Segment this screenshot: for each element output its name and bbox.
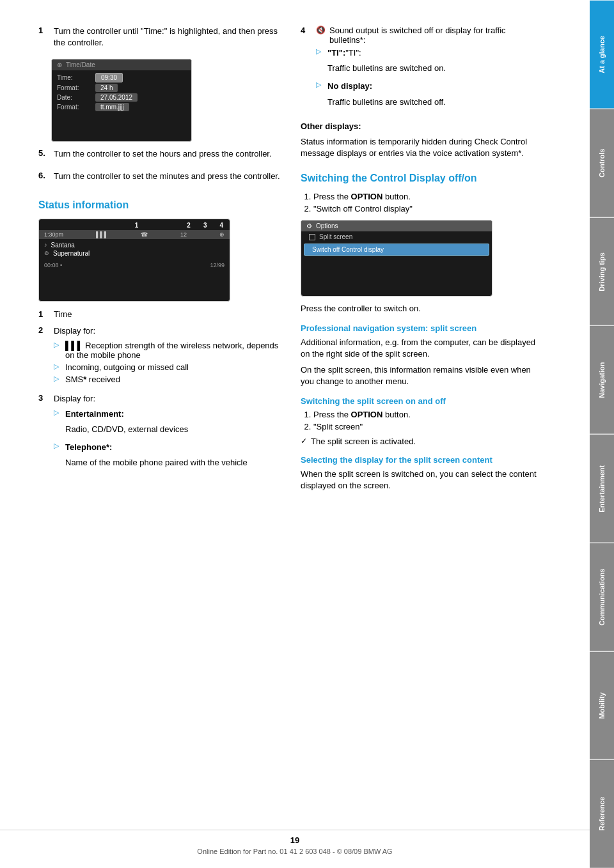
status-num-4: 4 — [219, 222, 223, 229]
page-number: 19 — [0, 835, 590, 845]
status-num-3: 3 — [203, 222, 207, 229]
item-4-sub-1-text: Traffic bulletins are switched on. — [327, 63, 446, 74]
status-song2: Supernatural — [53, 250, 90, 257]
item-2-number: 2 — [38, 325, 49, 387]
status-signal-icon: ▌▌▌ — [96, 231, 108, 238]
item-3-sub-2-text: Name of the mobile phone paired with the… — [65, 457, 248, 469]
split-step-1: Press the OPTION button. — [313, 410, 544, 419]
item-3-sub-2-label: Telephone*: — [65, 442, 248, 453]
item-2-text: Display for: — [54, 325, 281, 337]
item-4-sub-2-text: Traffic bulletins are switched off. — [327, 97, 446, 108]
control-step-1: Press the OPTION button. — [313, 192, 544, 201]
item-3-sub-1-label: Entertainment: — [65, 408, 188, 420]
pro-nav-text-1: Additional information, e.g. from the co… — [301, 337, 544, 360]
status-call-icon: ☎ — [141, 231, 148, 238]
footer-text: Online Edition for Part no. 01 41 2 603 … — [197, 848, 392, 855]
mute-icon: 🔇 — [316, 26, 326, 45]
td-clock-icon: ⊕ — [57, 61, 62, 68]
sidebar-tab-reference[interactable]: Reference — [590, 759, 614, 868]
arrow-icon-3: ▷ — [54, 375, 61, 384]
item-1-number: 1 — [38, 309, 49, 319]
item-2-sub-2: ▷ Incoming, outgoing or missed call — [54, 362, 281, 372]
right-item-4: 4 🔇 Sound output is switched off or disp… — [301, 26, 544, 114]
status-num-2: 2 — [187, 222, 191, 229]
options-item-2-text: Switch off Control display — [312, 246, 384, 253]
td-label-date: Date: — [57, 94, 95, 101]
split-screen-steps: Press the OPTION button. "Split screen" — [301, 410, 544, 431]
item-2-sub-3: ▷ SMS* received — [54, 375, 281, 384]
status-item-3: 3 Display for: ▷ Entertainment: Radio, C… — [38, 393, 281, 476]
status-progress: 00:08 • — [44, 262, 62, 268]
step-5-text: Turn the controller to set the hours and… — [54, 148, 281, 160]
options-header: ⚙ Options — [301, 221, 492, 231]
step-4-text: Turn the controller until "Time:" is hig… — [54, 26, 281, 49]
split-screen-heading: Switching the split screen on and off — [301, 396, 544, 406]
item-3-text: Display for: — [54, 393, 248, 405]
cd-icon: ⊚ — [44, 250, 49, 256]
item-4-text: Sound output is switched off or display … — [329, 26, 544, 45]
sidebar-tab-mobility[interactable]: Mobility — [590, 651, 614, 760]
status-info-bar: 1:30pm ▌▌▌ ☎ 12 ⊕ — [39, 230, 230, 239]
arrow-icon-4: ▷ — [54, 408, 61, 439]
item-3-sub-1: ▷ Entertainment: Radio, CD/DVD, external… — [54, 408, 248, 439]
status-song1: Santana — [51, 242, 75, 249]
time-date-screen: ⊕ Time/Date Time: 09:30 Format: 24 h Dat… — [51, 59, 192, 142]
sidebar-tab-navigation[interactable]: Navigation — [590, 325, 614, 434]
other-displays-label: Other displays: — [301, 121, 544, 132]
item-2-sub-1-text: ▌▌▌ Reception strength of the wireless n… — [65, 341, 281, 360]
arrow-icon-5: ▷ — [54, 442, 61, 472]
step-4-number: 1 — [38, 26, 49, 52]
status-bottom-bar: 00:08 • 12/99 — [39, 261, 230, 270]
left-column: 1 Turn the controller until "Time:" is h… — [38, 26, 281, 842]
step-5: 5. Turn the controller to set the hours … — [38, 148, 281, 164]
checkmark-icon: ✓ — [301, 437, 307, 446]
sidebar: At a glance Controls Driving tips Naviga… — [590, 0, 614, 868]
control-display-steps: Press the OPTION button. "Switch off Con… — [301, 192, 544, 213]
td-value-time: 09:30 — [95, 73, 123, 82]
item-2-sub-2-text: Incoming, outgoing or missed call — [65, 362, 189, 372]
arrow-icon-7: ▷ — [316, 81, 324, 111]
status-item-2: 2 Display for: ▷ ▌▌▌ Reception strength … — [38, 325, 281, 387]
step-6-text: Turn the controller to set the minutes a… — [54, 171, 281, 182]
status-screen: 1 2 3 4 1:30pm ▌▌▌ ☎ 12 ⊕ ♪ Santana — [38, 219, 230, 302]
arrow-icon-2: ▷ — [54, 362, 61, 372]
sidebar-tab-driving-tips[interactable]: Driving tips — [590, 217, 614, 326]
item-2-sub-1: ▷ ▌▌▌ Reception strength of the wireless… — [54, 341, 281, 360]
sidebar-tab-communications[interactable]: Communications — [590, 543, 614, 651]
press-controller-text: Press the controller to switch on. — [301, 303, 544, 314]
td-value-date: 27.05.2012 — [95, 93, 138, 102]
item-4-sub-2-label: No display: — [327, 81, 446, 92]
status-extra: ⊕ — [219, 231, 224, 238]
td-header-label: Time/Date — [66, 61, 95, 68]
pro-nav-text-2: On the split screen, this information re… — [301, 364, 544, 387]
pro-nav-heading: Professional navigation system: split sc… — [301, 323, 544, 333]
status-number: 12 — [180, 231, 187, 238]
step-6-number: 6. — [38, 171, 49, 186]
td-value-format2: tt.mm.jjjj — [95, 103, 129, 111]
item-4-sub-1: ▷ "TI":"TI": Traffic bulletins are switc… — [316, 47, 544, 78]
item-1-text: Time — [54, 309, 72, 319]
sidebar-tab-entertainment[interactable]: Entertainment — [590, 434, 614, 543]
split-step-2: "Split screen" — [313, 422, 544, 431]
status-time-display: 1:30pm — [44, 231, 63, 238]
select-display-heading: Selecting the display for the split scre… — [301, 455, 544, 465]
status-song-info: ♪ Santana ⊚ Supernatural — [39, 239, 230, 261]
item-2-sub-3-text: SMS* received — [65, 375, 120, 384]
sidebar-tab-at-a-glance[interactable]: At a glance — [590, 0, 614, 109]
arrow-icon-1: ▷ — [54, 341, 61, 360]
other-displays-section: Other displays: Status information is te… — [301, 121, 544, 160]
page-footer: 19 Online Edition for Part no. 01 41 2 6… — [0, 830, 590, 855]
sidebar-tab-controls[interactable]: Controls — [590, 109, 614, 217]
options-item-split-screen: Split screen — [301, 231, 492, 242]
arrow-icon-6: ▷ — [316, 47, 324, 78]
item-4-number: 4 — [301, 26, 311, 114]
split-check-item: ✓ The split screen is activated. — [301, 437, 544, 446]
status-num-1: 1 — [135, 222, 139, 229]
options-item-1-text: Split screen — [319, 233, 352, 240]
options-item-switch-off: Switch off Control display — [304, 244, 489, 256]
td-label-format1: Format: — [57, 84, 95, 91]
status-track: 12/99 — [210, 262, 224, 268]
item-3-number: 3 — [38, 393, 49, 476]
item-4-sub-1-label: "TI":"TI": — [327, 47, 446, 59]
step-4: 1 Turn the controller until "Time:" is h… — [38, 26, 281, 52]
